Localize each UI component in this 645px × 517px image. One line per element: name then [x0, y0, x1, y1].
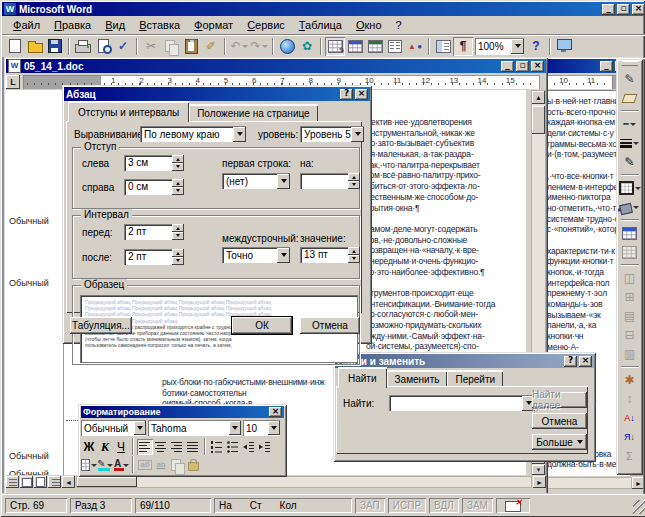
- linespacing-combobox[interactable]: Точно: [222, 247, 290, 263]
- chevron-down-icon[interactable]: [351, 127, 364, 142]
- indent-left-spinner[interactable]: 3 см: [124, 155, 184, 171]
- doc-maximize-button[interactable]: ▫: [516, 61, 529, 72]
- open-folder-icon[interactable]: [25, 37, 45, 56]
- find-next-button[interactable]: Найти далее: [532, 392, 587, 408]
- sort-descending-icon[interactable]: Я↓: [619, 428, 641, 446]
- bg-scroll-right-icon[interactable]: ►: [632, 477, 643, 489]
- doc-close-button[interactable]: ×: [531, 61, 544, 72]
- redo-icon[interactable]: ↷: [249, 37, 269, 56]
- dialog-help-icon[interactable]: ?: [340, 89, 353, 100]
- insert-table-small-icon[interactable]: [619, 224, 641, 242]
- spin-down-icon[interactable]: [348, 255, 360, 263]
- font-combobox[interactable]: Tahoma: [148, 420, 241, 436]
- split-cells-icon[interactable]: ⊞: [619, 288, 641, 306]
- spin-down-icon[interactable]: [348, 181, 360, 189]
- numbered-list-button[interactable]: [209, 439, 225, 455]
- columns-icon[interactable]: [385, 37, 405, 56]
- align-center-button[interactable]: [153, 439, 169, 455]
- close-button[interactable]: ×: [632, 4, 645, 15]
- paragraph-tab-1[interactable]: Положение на странице: [189, 104, 317, 122]
- hyperlink-icon[interactable]: [277, 37, 297, 56]
- close-icon[interactable]: ×: [269, 407, 282, 417]
- menu-item-формат[interactable]: Формат: [187, 18, 240, 33]
- doc-hscroll-thumb[interactable]: [77, 477, 137, 487]
- undo-icon[interactable]: ↶: [229, 37, 249, 56]
- help-icon[interactable]: ?: [526, 37, 546, 56]
- spin-up-icon[interactable]: [172, 224, 184, 232]
- bg-minimize-button[interactable]: _: [600, 61, 613, 72]
- highlight-button[interactable]: ✎: [97, 457, 113, 473]
- menu-item-правка[interactable]: Правка: [47, 18, 98, 33]
- outline-view-button[interactable]: [48, 476, 61, 488]
- menu-item-файл[interactable]: Файл: [6, 18, 47, 33]
- borders-button[interactable]: [81, 457, 97, 473]
- chevron-down-icon[interactable]: [277, 174, 290, 189]
- cancel-button[interactable]: Отмена: [300, 317, 360, 334]
- increase-indent-button[interactable]: [257, 439, 273, 455]
- style-combobox[interactable]: Обычный: [81, 420, 146, 436]
- level-combobox[interactable]: Уровень 5: [300, 126, 364, 142]
- print-icon[interactable]: [73, 37, 93, 56]
- normal-view-button[interactable]: [6, 476, 19, 488]
- insert-table-icon[interactable]: [345, 37, 365, 56]
- spelling-icon[interactable]: ✓: [113, 37, 133, 56]
- line-style-icon[interactable]: ┅: [619, 115, 641, 133]
- align-right-button[interactable]: [169, 439, 185, 455]
- spin-down-icon[interactable]: [172, 257, 184, 265]
- font-color-button[interactable]: А: [113, 457, 129, 473]
- bullet-list-button[interactable]: [225, 439, 241, 455]
- minimize-button[interactable]: _: [602, 4, 615, 15]
- tab-selector[interactable]: L: [6, 75, 20, 89]
- line-weight-icon[interactable]: [619, 134, 641, 152]
- indent-right-spinner[interactable]: 0 см: [124, 179, 184, 195]
- size-combobox[interactable]: 10: [243, 420, 280, 436]
- chevron-down-icon[interactable]: [511, 39, 524, 54]
- spin-down-icon[interactable]: [172, 187, 184, 195]
- spin-up-icon[interactable]: [172, 155, 184, 163]
- lock-icon[interactable]: [185, 457, 201, 473]
- cut-icon[interactable]: ✂: [141, 37, 161, 56]
- menu-item-таблица[interactable]: Таблица: [292, 18, 349, 33]
- status-toggle-испр[interactable]: ИСПР: [388, 498, 426, 513]
- web-toolbar-icon[interactable]: ✿: [297, 37, 317, 56]
- find-input[interactable]: [389, 395, 535, 411]
- italic-button[interactable]: К: [97, 439, 113, 455]
- at-spinner[interactable]: 13 пт: [300, 247, 360, 263]
- tables-borders-icon[interactable]: [325, 37, 345, 56]
- spin-up-icon[interactable]: [172, 249, 184, 257]
- find-tab-0[interactable]: Найти: [338, 367, 387, 388]
- find-cancel-button[interactable]: Отмена: [532, 413, 587, 429]
- dialog-close-icon[interactable]: ×: [355, 89, 368, 100]
- browse-next-icon[interactable]: ▼: [532, 465, 545, 475]
- format-painter-icon[interactable]: ✐: [201, 37, 221, 56]
- spin-down-icon[interactable]: [172, 163, 184, 171]
- ok-button[interactable]: ОК: [232, 317, 292, 334]
- pages-icon[interactable]: [169, 457, 185, 473]
- web-layout-view-button[interactable]: [20, 476, 33, 488]
- shading-color-icon[interactable]: [619, 198, 641, 216]
- new-document-icon[interactable]: [5, 37, 25, 56]
- spelling-status-icon[interactable]: [496, 498, 530, 513]
- menu-item-вид[interactable]: Вид: [98, 18, 132, 33]
- status-toggle-зап[interactable]: ЗАП: [355, 498, 385, 513]
- spin-up-icon[interactable]: [172, 179, 184, 187]
- doc-minimize-button[interactable]: _: [501, 61, 514, 72]
- outside-border-icon[interactable]: [619, 179, 641, 197]
- by-spinner[interactable]: [300, 173, 360, 189]
- spin-up-icon[interactable]: [348, 173, 360, 181]
- dialog-close-icon[interactable]: ×: [579, 356, 592, 367]
- doc-scroll-up-icon[interactable]: ▲: [532, 91, 545, 104]
- before-spinner[interactable]: 2 пт: [124, 224, 184, 240]
- align-cells-icon[interactable]: ▤: [619, 307, 641, 325]
- align-left-button[interactable]: [137, 439, 153, 455]
- align-justify-button[interactable]: [185, 439, 201, 455]
- doc-scroll-right-icon[interactable]: ►: [533, 476, 546, 488]
- more-button[interactable]: Больше: [532, 434, 587, 450]
- drawing-icon[interactable]: [405, 37, 425, 56]
- status-toggle-вдл[interactable]: ВДЛ: [429, 498, 459, 513]
- merge-cells-icon[interactable]: ◫: [619, 269, 641, 287]
- excel-table-icon[interactable]: [365, 37, 385, 56]
- document-map-icon[interactable]: [433, 37, 453, 56]
- bold-button[interactable]: Ж: [81, 439, 97, 455]
- spin-down-icon[interactable]: [172, 232, 184, 240]
